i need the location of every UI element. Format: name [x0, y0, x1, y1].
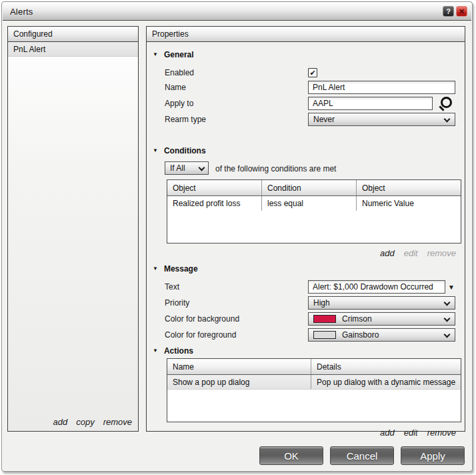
collapse-icon[interactable]: ▼	[153, 348, 158, 354]
section-message[interactable]: ▼ Message	[153, 264, 198, 274]
bg-color-swatch	[313, 315, 336, 323]
rearm-select[interactable]: Never	[308, 113, 455, 126]
apply-to-input[interactable]	[308, 97, 433, 110]
enabled-row: Enabled ✔	[147, 65, 465, 81]
section-actions[interactable]: ▼ Actions	[153, 346, 193, 356]
conditions-col-condition[interactable]: Condition	[262, 180, 357, 195]
list-item-pnl-alert[interactable]: PnL Alert	[8, 42, 138, 57]
configured-remove-link[interactable]: remove	[103, 417, 132, 427]
close-icon[interactable]: ✕	[456, 6, 467, 17]
conditions-table: Object Condition Object Realized profit …	[167, 179, 461, 244]
actions-edit-link[interactable]: edit	[404, 428, 418, 438]
conditions-col-object1[interactable]: Object	[167, 180, 262, 195]
name-row: Name	[147, 79, 465, 95]
message-text-input[interactable]	[308, 280, 445, 294]
title-bar: Alerts ? ✕	[3, 3, 471, 21]
conditions-edit-link[interactable]: edit	[404, 248, 418, 258]
match-text: of the following conditions are met	[215, 164, 336, 173]
actions-add-link[interactable]: add	[380, 428, 395, 438]
actions-table: Name Details Show a pop up dialog Pop up…	[167, 358, 461, 422]
enabled-label: Enabled	[165, 68, 194, 77]
section-message-title: Message	[164, 264, 198, 274]
text-label: Text	[165, 282, 179, 292]
fg-color-select[interactable]: Gainsboro	[308, 328, 455, 342]
fg-color-swatch	[313, 331, 336, 339]
configured-links: add copy remove	[53, 417, 132, 427]
name-label: Name	[165, 83, 186, 92]
actions-col-name[interactable]: Name	[167, 359, 311, 374]
priority-label: Priority	[165, 298, 189, 308]
combo-arrow-icon[interactable]: ▼	[448, 284, 455, 291]
bg-color-row: Color for background Crimson	[147, 311, 465, 327]
bg-color-select[interactable]: Crimson	[308, 312, 455, 326]
match-row: If All of the following conditions are m…	[147, 161, 465, 177]
collapse-icon[interactable]: ▼	[153, 147, 158, 153]
configured-add-link[interactable]: add	[53, 417, 67, 427]
condition-cell-object2[interactable]: Numeric Value	[357, 196, 461, 211]
collapse-icon[interactable]: ▼	[153, 266, 158, 272]
apply-button[interactable]: Apply	[401, 446, 465, 465]
section-general[interactable]: ▼ General	[153, 50, 194, 59]
section-general-title: General	[164, 50, 194, 59]
bg-color-label: Color for background	[165, 314, 239, 324]
rearm-row: Rearm type Never	[147, 111, 465, 127]
name-input[interactable]	[308, 81, 455, 94]
apply-to-row: Apply to	[147, 95, 465, 111]
table-row[interactable]: Show a pop up dialog Pop up dialog with …	[167, 375, 461, 390]
rearm-label: Rearm type	[165, 115, 206, 124]
window-title: Alerts	[3, 7, 33, 17]
text-row: Text ▼	[147, 279, 465, 295]
conditions-links: add edit remove	[380, 248, 456, 258]
apply-to-label: Apply to	[165, 99, 193, 108]
chevron-down-icon	[444, 316, 451, 322]
conditions-remove-link[interactable]: remove	[427, 248, 456, 258]
screen: Alerts ? ✕ Configured PnL Alert add copy…	[0, 0, 476, 475]
actions-col-details[interactable]: Details	[311, 359, 461, 374]
ok-button[interactable]: OK	[259, 446, 323, 465]
fg-color-row: Color for foreground Gainsboro	[147, 327, 465, 343]
condition-cell-condition[interactable]: less equal	[262, 196, 357, 211]
configured-panel: Configured PnL Alert add copy remove	[7, 26, 139, 432]
priority-select[interactable]: High	[308, 296, 455, 310]
action-cell-details[interactable]: Pop up dialog with a dynamic message	[311, 375, 461, 389]
actions-remove-link[interactable]: remove	[427, 428, 456, 438]
rearm-value: Never	[313, 115, 335, 124]
alerts-dialog: Alerts ? ✕ Configured PnL Alert add copy…	[1, 1, 473, 472]
configured-header: Configured	[8, 27, 138, 42]
section-conditions-title: Conditions	[164, 146, 206, 155]
conditions-add-link[interactable]: add	[380, 248, 395, 258]
condition-cell-object1[interactable]: Realized profit loss	[167, 196, 262, 211]
priority-row: Priority High	[147, 295, 465, 311]
search-icon[interactable]	[437, 96, 453, 111]
bg-color-value: Crimson	[342, 314, 372, 324]
collapse-icon[interactable]: ▼	[153, 51, 158, 57]
conditions-table-header: Object Condition Object	[167, 180, 461, 196]
actions-table-header: Name Details	[167, 359, 461, 375]
check-icon: ✔	[309, 69, 315, 77]
actions-links: add edit remove	[380, 428, 456, 438]
table-row[interactable]: Realized profit loss less equal Numeric …	[167, 196, 461, 211]
configured-copy-link[interactable]: copy	[76, 417, 94, 427]
section-conditions[interactable]: ▼ Conditions	[153, 146, 206, 155]
chevron-down-icon	[444, 300, 451, 306]
chevron-down-icon	[199, 165, 205, 171]
help-icon[interactable]: ?	[443, 6, 454, 17]
chevron-down-icon	[444, 116, 451, 123]
fg-color-value: Gainsboro	[342, 330, 379, 340]
conditions-col-object2[interactable]: Object	[357, 180, 461, 195]
match-value: If All	[170, 163, 185, 173]
action-cell-name[interactable]: Show a pop up dialog	[167, 375, 311, 389]
cancel-button[interactable]: Cancel	[330, 446, 394, 465]
match-select[interactable]: If All	[165, 161, 209, 175]
enabled-checkbox[interactable]: ✔	[308, 68, 317, 77]
section-actions-title: Actions	[164, 346, 193, 356]
chevron-down-icon	[444, 332, 451, 338]
properties-header: Properties	[147, 27, 465, 42]
priority-value: High	[313, 298, 330, 308]
fg-color-label: Color for foreground	[165, 330, 236, 340]
properties-panel: Properties ▼ General Enabled ✔ Name	[146, 26, 465, 432]
